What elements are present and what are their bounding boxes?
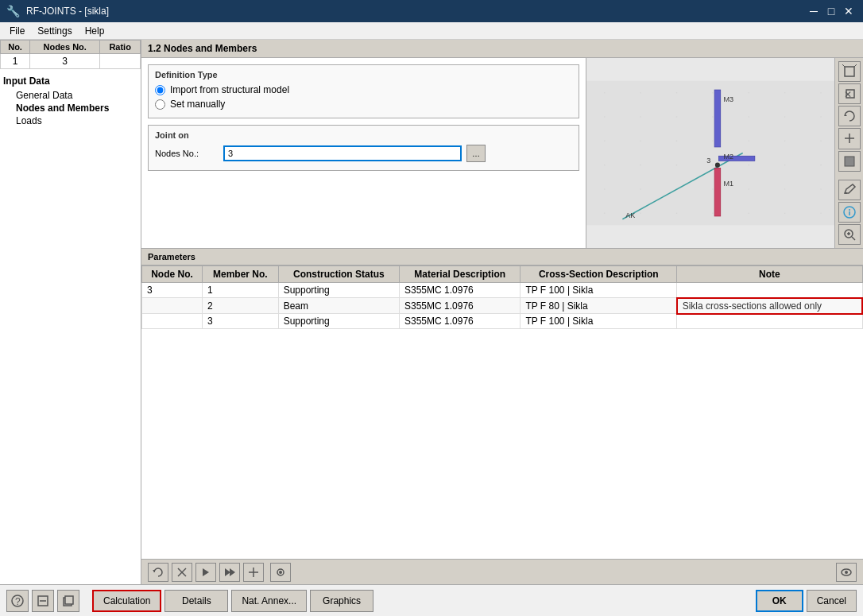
radio-manual-input[interactable] bbox=[155, 99, 165, 110]
svg-point-35 bbox=[820, 188, 822, 190]
nodes-no-select-btn[interactable]: … bbox=[466, 145, 486, 162]
svg-point-27 bbox=[784, 165, 786, 166]
svg-point-10 bbox=[676, 116, 678, 118]
radio-import[interactable]: Import from structural model bbox=[155, 84, 572, 95]
params-table: Node No. Member No. Construction Status … bbox=[141, 265, 863, 329]
tree-item-loads[interactable]: Loads bbox=[3, 115, 137, 126]
param-member-3: 3 bbox=[202, 314, 278, 329]
svg-rect-61 bbox=[845, 157, 854, 166]
param-node-2 bbox=[142, 298, 203, 314]
tb-view3d-btn[interactable] bbox=[838, 61, 861, 82]
param-row-3: 3 Supporting S355MC 1.0976 TP F 100 | Si… bbox=[142, 314, 863, 329]
details-btn[interactable]: Details bbox=[164, 590, 228, 612]
graphic-canvas: M3 M2 M1 3 AK bbox=[586, 58, 863, 248]
param-note-2: Sikla cross-sections allowed only bbox=[677, 298, 862, 314]
close-btn[interactable]: ✕ bbox=[841, 3, 857, 19]
svg-point-2 bbox=[640, 92, 641, 94]
tb-rotate-btn[interactable] bbox=[838, 106, 861, 126]
svg-text:3: 3 bbox=[706, 157, 710, 165]
svg-point-29 bbox=[604, 188, 606, 190]
svg-point-22 bbox=[604, 165, 606, 166]
left-table: No. Nodes No. Ratio 1 3 bbox=[0, 40, 141, 69]
cancel-btn[interactable]: Cancel bbox=[807, 590, 857, 612]
bt-add-btn[interactable] bbox=[243, 563, 264, 582]
th-status: Construction Status bbox=[278, 266, 399, 283]
svg-text:✕: ✕ bbox=[844, 89, 852, 100]
definition-type-title: Definition Type bbox=[155, 70, 572, 79]
definition-type-box: Definition Type Import from structural m… bbox=[148, 64, 579, 118]
calculation-btn[interactable]: Calculation bbox=[92, 590, 161, 612]
svg-rect-45 bbox=[714, 168, 721, 216]
graphics-btn[interactable]: Graphics bbox=[310, 590, 373, 612]
svg-rect-53 bbox=[845, 67, 854, 76]
bt-undo-btn[interactable] bbox=[148, 563, 168, 582]
svg-rect-44 bbox=[714, 90, 721, 147]
app-icon: 🔧 bbox=[6, 5, 20, 17]
tb-zoom-btn[interactable] bbox=[838, 128, 861, 149]
svg-rect-87 bbox=[65, 596, 73, 604]
tree-item-general[interactable]: General Data bbox=[3, 90, 137, 101]
menu-settings[interactable]: Settings bbox=[31, 24, 78, 38]
window-title: RF-JOINTS - [sikla] bbox=[26, 6, 109, 17]
maximize-btn[interactable]: □ bbox=[823, 3, 839, 19]
bt-eye-btn[interactable] bbox=[836, 563, 857, 582]
svg-point-7 bbox=[820, 92, 822, 94]
tb-render-btn[interactable] bbox=[838, 151, 861, 172]
svg-point-25 bbox=[712, 165, 714, 166]
param-row-2: 2 Beam S355MC 1.0976 TP F 80 | Sikla Sik… bbox=[142, 298, 863, 314]
svg-point-18 bbox=[712, 141, 714, 142]
tb-edit-btn[interactable] bbox=[838, 180, 861, 200]
radio-import-input[interactable] bbox=[155, 85, 165, 95]
nodes-no-input[interactable] bbox=[223, 145, 462, 161]
table-row: 1 3 bbox=[1, 54, 141, 69]
tree-item-nodes[interactable]: Nodes and Members bbox=[3, 103, 137, 114]
nodes-no-label: Nodes No.: bbox=[155, 149, 219, 158]
svg-point-34 bbox=[784, 188, 786, 190]
svg-point-39 bbox=[712, 212, 714, 214]
footer-restore-btn[interactable] bbox=[57, 590, 79, 612]
radio-manual[interactable]: Set manually bbox=[155, 99, 572, 110]
param-member-2: 2 bbox=[202, 298, 278, 314]
svg-point-64 bbox=[849, 209, 850, 211]
tb-info-btn[interactable] bbox=[838, 202, 861, 223]
param-note-1 bbox=[677, 283, 862, 298]
minimize-btn[interactable]: ─ bbox=[806, 3, 822, 19]
svg-point-38 bbox=[676, 212, 678, 214]
param-member-1: 1 bbox=[202, 283, 278, 298]
svg-point-81 bbox=[845, 571, 848, 574]
param-note-3 bbox=[677, 314, 862, 329]
param-status-2: Beam bbox=[278, 298, 399, 314]
svg-point-28 bbox=[820, 165, 822, 166]
radio-import-label: Import from structural model bbox=[170, 84, 289, 95]
svg-point-15 bbox=[604, 141, 606, 142]
svg-text:M3: M3 bbox=[723, 95, 733, 103]
svg-point-19 bbox=[749, 141, 750, 142]
footer-bar: ? Calculation Details Nat. Annex... Grap… bbox=[0, 584, 863, 616]
param-cross-3: TP F 100 | Sikla bbox=[521, 314, 677, 329]
menu-file[interactable]: File bbox=[3, 24, 31, 38]
th-material: Material Description bbox=[400, 266, 521, 283]
svg-line-67 bbox=[852, 237, 855, 240]
footer-help-btn[interactable]: ? bbox=[6, 590, 29, 612]
footer-minimize-btn[interactable] bbox=[32, 590, 54, 612]
bt-play-btn[interactable] bbox=[195, 563, 216, 582]
svg-point-79 bbox=[279, 571, 282, 574]
svg-point-13 bbox=[784, 116, 786, 118]
menu-help[interactable]: Help bbox=[79, 24, 111, 38]
svg-marker-73 bbox=[203, 568, 209, 576]
top-content: Definition Type Import from structural m… bbox=[141, 58, 863, 249]
svg-point-16 bbox=[640, 141, 641, 142]
tb-reset-btn[interactable]: ✕ bbox=[838, 83, 861, 104]
param-row-1: 3 1 Supporting S355MC 1.0976 TP F 100 | … bbox=[142, 283, 863, 298]
param-status-3: Supporting bbox=[278, 314, 399, 329]
joint-on-title: Joint on bbox=[155, 130, 572, 140]
bt-view-btn[interactable] bbox=[270, 563, 291, 582]
ok-btn[interactable]: OK bbox=[756, 590, 803, 612]
bt-skip-btn[interactable] bbox=[219, 563, 240, 582]
tb-zoom-in-btn[interactable] bbox=[838, 224, 861, 245]
svg-point-21 bbox=[820, 141, 822, 142]
bt-delete-btn[interactable] bbox=[172, 563, 192, 582]
svg-point-9 bbox=[640, 116, 641, 118]
svg-point-17 bbox=[676, 141, 678, 142]
nat-annex-btn[interactable]: Nat. Annex... bbox=[231, 590, 307, 612]
